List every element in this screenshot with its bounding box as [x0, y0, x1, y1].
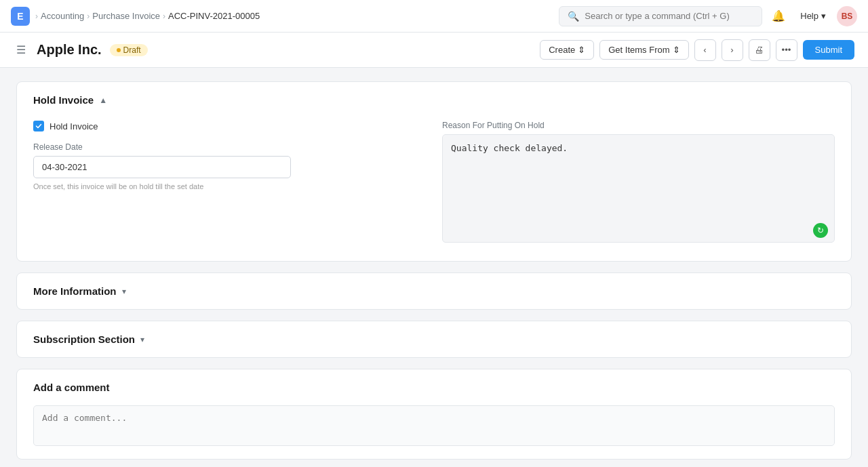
comment-title: Add a comment	[33, 382, 110, 393]
subscription-section-header[interactable]: Subscription Section ▾	[17, 321, 851, 357]
help-chevron-icon: ▾	[821, 11, 826, 21]
more-information-chevron-down-icon: ▾	[122, 287, 126, 296]
hold-invoice-chevron-up-icon: ▲	[99, 96, 107, 105]
avatar[interactable]: BS	[837, 6, 857, 26]
subscription-section-card: Subscription Section ▾	[16, 321, 852, 358]
reason-label: Reason For Putting On Hold	[442, 121, 835, 130]
breadcrumb-purchase-invoice[interactable]: Purchase Invoice	[92, 11, 160, 21]
search-icon: 🔍	[568, 11, 579, 22]
content-area: Hold Invoice ▲ Hold Invoice R	[0, 68, 868, 467]
create-label: Create	[549, 45, 575, 55]
page-header: ☰ Apple Inc. Draft Create ⇕ Get Items Fr…	[0, 33, 868, 68]
chevron-right-icon: ›	[730, 45, 733, 55]
reload-icon[interactable]: ↻	[813, 223, 828, 238]
breadcrumb: › Accounting › Purchase Invoice › ACC-PI…	[35, 11, 260, 21]
more-information-card: More Information ▾	[16, 272, 852, 310]
draft-label: Draft	[123, 45, 141, 55]
create-chevron-icon: ⇕	[578, 45, 585, 55]
hold-invoice-checkbox-label: Hold Invoice	[50, 121, 98, 131]
draft-dot	[117, 48, 121, 52]
breadcrumb-accounting[interactable]: Accounting	[41, 11, 84, 21]
release-date-hint: Once set, this invoice will be on hold t…	[33, 182, 426, 190]
print-button[interactable]: 🖨	[749, 39, 770, 61]
doc-title: Apple Inc.	[37, 42, 102, 58]
submit-label: Submit	[815, 45, 842, 55]
app-icon-label: E	[17, 11, 23, 22]
reason-textarea[interactable]: Quality check delayed.	[442, 134, 835, 243]
more-information-header[interactable]: More Information ▾	[17, 273, 851, 309]
reason-textarea-wrap: Quality check delayed. ↻	[442, 134, 835, 245]
subscription-chevron-down-icon: ▾	[140, 335, 144, 344]
nav-right: 🔍 🔔 Help ▾ BS	[559, 5, 857, 27]
print-icon: 🖨	[755, 45, 764, 55]
app-icon[interactable]: E	[11, 7, 30, 26]
get-items-label: Get Items From	[608, 45, 669, 55]
get-items-chevron-icon: ⇕	[673, 45, 680, 55]
hold-invoice-title: Hold Invoice	[33, 94, 94, 106]
release-date-input[interactable]	[33, 156, 291, 178]
breadcrumb-sep-2: ›	[163, 12, 165, 21]
sidebar-toggle-button[interactable]: ☰	[14, 41, 28, 59]
search-bar[interactable]: 🔍	[559, 6, 762, 26]
help-label: Help	[800, 11, 818, 21]
breadcrumb-sep-1: ›	[87, 12, 90, 21]
hold-invoice-header[interactable]: Hold Invoice ▲	[17, 82, 851, 118]
next-doc-button[interactable]: ›	[722, 39, 743, 61]
subscription-section-title: Subscription Section	[33, 333, 135, 345]
draft-badge: Draft	[110, 44, 148, 56]
search-input[interactable]	[585, 11, 753, 21]
comment-input[interactable]	[33, 405, 835, 446]
comment-body	[17, 405, 851, 459]
top-nav: E › Accounting › Purchase Invoice › ACC-…	[0, 0, 868, 33]
submit-button[interactable]: Submit	[803, 40, 854, 60]
comment-card: Add a comment	[16, 369, 852, 460]
avatar-initials: BS	[842, 12, 853, 21]
hold-invoice-body: Hold Invoice Release Date Once set, this…	[17, 118, 851, 261]
hold-invoice-checkbox-row: Hold Invoice	[33, 121, 426, 131]
hold-invoice-grid: Hold Invoice Release Date Once set, this…	[33, 118, 835, 245]
checkmark-icon	[35, 123, 42, 129]
breadcrumb-sep-0: ›	[35, 12, 38, 21]
breadcrumb-current: ACC-PINV-2021-00005	[168, 11, 260, 21]
chevron-left-icon: ‹	[703, 45, 706, 55]
more-information-title: More Information	[33, 285, 117, 297]
release-date-group: Release Date Once set, this invoice will…	[33, 142, 426, 190]
help-button[interactable]: Help ▾	[795, 7, 831, 25]
notifications-bell-button[interactable]: 🔔	[768, 5, 789, 27]
hold-invoice-checkbox[interactable]	[33, 121, 44, 131]
create-button[interactable]: Create ⇕	[540, 40, 594, 60]
hold-invoice-card: Hold Invoice ▲ Hold Invoice R	[16, 81, 852, 262]
release-date-label: Release Date	[33, 142, 426, 152]
hold-invoice-right-col: Reason For Putting On Hold Quality check…	[442, 121, 835, 245]
comment-header: Add a comment	[17, 369, 851, 405]
get-items-button[interactable]: Get Items From ⇕	[599, 40, 688, 60]
hold-invoice-left-col: Hold Invoice Release Date Once set, this…	[33, 121, 426, 245]
prev-doc-button[interactable]: ‹	[694, 39, 716, 61]
ellipsis-icon: •••	[782, 45, 791, 55]
header-actions: Create ⇕ Get Items From ⇕ ‹ › 🖨 ••• Subm…	[540, 39, 854, 61]
more-options-button[interactable]: •••	[776, 39, 797, 61]
